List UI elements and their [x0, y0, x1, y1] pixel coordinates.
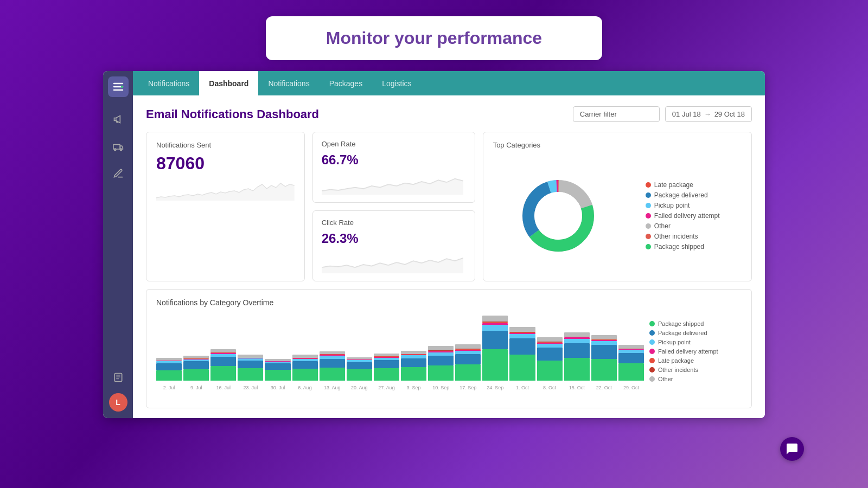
- top-categories-card: Top Categories: [483, 132, 752, 281]
- banner-title: Monitor your performance: [309, 28, 559, 48]
- legend-dot-shipped-bottom: [649, 321, 655, 326]
- bar-segment: [292, 361, 318, 369]
- legend-item-late-bottom: Late package: [649, 357, 742, 364]
- x-label: 8. Oct: [537, 385, 563, 390]
- x-label: 20. Aug: [347, 385, 372, 390]
- legend-item-other: Other: [646, 222, 720, 230]
- legend-dot-pickup-point: [646, 203, 651, 208]
- legend-dot-package-delivered: [646, 192, 651, 198]
- donut-chart: [515, 172, 602, 259]
- avatar[interactable]: L: [109, 393, 127, 412]
- main-window: L Notifications Dashboard Notifications …: [103, 71, 765, 418]
- bar-group: [183, 316, 209, 381]
- bar-group: [509, 316, 535, 381]
- sidebar-bottom: L: [108, 367, 129, 418]
- legend-item-package-delivered: Package delivered: [646, 191, 720, 199]
- sidebar-pen-icon[interactable]: [108, 163, 129, 184]
- bar-segment: [401, 358, 426, 367]
- x-label: 22. Oct: [591, 385, 617, 390]
- bar-group: [210, 316, 236, 381]
- chat-bubble[interactable]: [780, 437, 804, 461]
- legend-item-incidents-bottom: Other incidents: [649, 367, 742, 373]
- bar-group: [591, 316, 617, 381]
- bar-segment: [564, 343, 590, 358]
- sidebar-book-icon[interactable]: [108, 367, 129, 388]
- legend-item-package-shipped: Package shipped: [646, 243, 720, 251]
- x-label: 2. Jul: [156, 385, 182, 390]
- legend-dot-incidents-bottom: [649, 367, 655, 373]
- sidebar-megaphone-icon[interactable]: [108, 109, 129, 130]
- header-controls: Carrier filter 01 Jul 18 → 29 Oct 18: [573, 106, 752, 122]
- bar-segment: [509, 334, 535, 338]
- bar-segment: [320, 368, 345, 381]
- bar-segment: [374, 360, 399, 368]
- bar-segment: [618, 345, 644, 348]
- carrier-filter[interactable]: Carrier filter: [573, 106, 660, 122]
- bar-segment: [564, 332, 590, 337]
- bar-segment: [618, 363, 644, 381]
- nav-logistics[interactable]: Logistics: [372, 71, 421, 95]
- bar-segment: [509, 327, 535, 331]
- svg-rect-1: [113, 145, 120, 149]
- svg-rect-4: [114, 374, 122, 382]
- bar-segment: [537, 337, 563, 341]
- legend-label-package-delivered: Package delivered: [654, 191, 708, 199]
- legend-item-pickup-bottom: Pickup point: [649, 339, 742, 345]
- bar-segment: [183, 361, 209, 369]
- bar-segment: [537, 348, 563, 360]
- bar-segment: [509, 338, 535, 355]
- click-rate-card: Click Rate 26.3%: [312, 210, 475, 281]
- chart-bars-area: 2. Jul9. Jul16. Jul23. Jul30. Jul6. Aug1…: [156, 312, 644, 390]
- nav-packages[interactable]: Packages: [320, 71, 372, 95]
- date-from: 01 Jul 18: [672, 110, 701, 118]
- bar-group: [347, 316, 372, 381]
- svg-marker-5: [156, 183, 295, 201]
- legend-label-pickup-point: Pickup point: [654, 202, 690, 209]
- x-label: 16. Jul: [210, 385, 236, 390]
- bar-segment: [482, 316, 508, 322]
- navbar: Notifications Dashboard Notifications Pa…: [133, 71, 765, 95]
- bar-segment: [591, 335, 617, 339]
- bar-segment: [428, 346, 454, 350]
- chart-title: Notifications by Category Overtime: [156, 298, 742, 307]
- bar-group: [401, 316, 426, 381]
- bar-group: [537, 316, 563, 381]
- bar-segment: [428, 365, 454, 381]
- bar-group: [374, 316, 399, 381]
- legend-label-other-incidents: Other incidents: [654, 233, 698, 240]
- bar-group: [428, 316, 454, 381]
- notifications-sent-chart: [156, 179, 295, 201]
- nav-notifications[interactable]: Notifications: [138, 71, 199, 95]
- bar-segment: [618, 353, 644, 363]
- sidebar-truck-icon[interactable]: [108, 136, 129, 157]
- bar-chart-inner: [156, 312, 644, 383]
- bar-segment: [564, 358, 590, 381]
- date-range[interactable]: 01 Jul 18 → 29 Oct 18: [665, 106, 752, 122]
- bar-segment: [591, 345, 617, 358]
- bar-segment: [401, 355, 426, 358]
- legend-label-failed-bottom: Failed delivery attempt: [658, 348, 718, 355]
- bar-group: [156, 316, 182, 381]
- bar-segment: [591, 359, 617, 381]
- notifications-sent-value: 87060: [156, 153, 295, 174]
- sidebar-logo[interactable]: [108, 76, 129, 97]
- bar-segment: [401, 367, 426, 381]
- legend-dot-late-package: [646, 182, 651, 188]
- bar-segment: [265, 363, 290, 370]
- open-rate-chart: [322, 173, 466, 195]
- bar-segment: [156, 363, 182, 370]
- legend-label-pickup-bottom: Pickup point: [658, 339, 691, 345]
- legend-dot-pickup-bottom: [649, 339, 655, 345]
- legend-label-other-bottom: Other: [658, 376, 673, 382]
- page-content: Email Notifications Dashboard Carrier fi…: [133, 95, 765, 418]
- nav-notifications2[interactable]: Notifications: [258, 71, 319, 95]
- bar-segment: [183, 369, 209, 381]
- click-rate-label: Click Rate: [322, 219, 466, 227]
- bar-segment: [238, 355, 263, 357]
- click-rate-chart: [322, 252, 466, 273]
- legend-dot-failed-bottom: [649, 349, 655, 354]
- x-label: 23. Jul: [238, 385, 263, 390]
- nav-dashboard[interactable]: Dashboard: [199, 71, 258, 95]
- legend-label-other: Other: [654, 222, 671, 230]
- open-rate-value: 66.7%: [322, 152, 466, 168]
